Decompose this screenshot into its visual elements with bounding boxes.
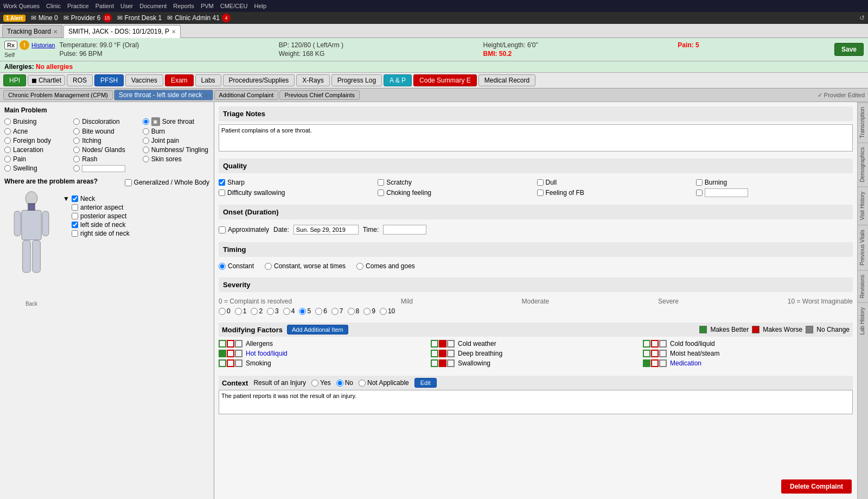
sub-tab-previous[interactable]: Previous Chief Complaints — [279, 90, 360, 100]
provider-item[interactable]: ✉ Provider 6 15 — [63, 14, 112, 22]
nav-labs[interactable]: Labs — [195, 74, 221, 86]
severity-6[interactable]: 6 — [315, 307, 327, 315]
radio-bite-wound[interactable]: Bite wound — [73, 128, 140, 135]
sub-tab-cpm[interactable]: Chronic Problem Management (CPM) — [3, 90, 113, 100]
mod-deep-breathing-red[interactable] — [439, 350, 446, 357]
front-desk-item[interactable]: ✉ Front Desk 1 — [117, 14, 162, 22]
radio-numbness[interactable]: Numbness/ Tingling — [143, 146, 209, 154]
mod-moist-heat-green[interactable] — [643, 350, 650, 357]
mod-allergens-red[interactable] — [227, 340, 234, 348]
quality-scratchy[interactable]: Scratchy — [378, 179, 534, 186]
context-yes[interactable]: Yes — [311, 379, 331, 387]
mod-allergens-green[interactable] — [219, 340, 226, 348]
context-na-radio[interactable] — [359, 380, 366, 387]
quality-fb-cb[interactable] — [537, 190, 544, 196]
nav-vaccines[interactable]: Vaccines — [125, 74, 163, 86]
menu-work-queues[interactable]: Work Queues — [3, 3, 40, 9]
severity-5[interactable]: 5 — [299, 307, 311, 315]
quality-custom-cb[interactable] — [696, 190, 703, 196]
nav-ap[interactable]: A & P — [384, 74, 412, 86]
quality-scratchy-cb[interactable] — [378, 179, 384, 186]
radio-sore-throat[interactable]: ▣ Sore throat — [143, 117, 209, 126]
nav-exam[interactable]: Exam — [165, 74, 194, 86]
alert-item[interactable]: 1 Alert — [3, 15, 25, 22]
context-yes-radio[interactable] — [311, 380, 318, 387]
quality-diff-swallow-cb[interactable] — [219, 190, 225, 196]
refresh-button[interactable]: ↺ — [859, 14, 865, 22]
mod-swallowing-red[interactable] — [439, 359, 446, 367]
radio-laceration[interactable]: Laceration — [4, 146, 71, 154]
quality-custom[interactable] — [696, 188, 853, 197]
approximately-check[interactable]: Approximately — [219, 226, 269, 233]
generalized-check[interactable]: Generalized / Whole Body — [125, 179, 209, 186]
nav-code-summary[interactable]: Code Summary E — [413, 74, 477, 86]
menu-reports[interactable]: Reports — [173, 3, 194, 9]
severity-8[interactable]: 8 — [348, 307, 360, 315]
nav-medical-record[interactable]: Medical Record — [478, 74, 535, 86]
quality-dull-cb[interactable] — [537, 179, 544, 186]
radio-skin-sores[interactable]: Skin sores — [143, 155, 209, 163]
severity-7[interactable]: 7 — [331, 307, 343, 315]
menu-pvm[interactable]: PVM — [201, 3, 214, 9]
radio-itching[interactable]: Itching — [73, 137, 140, 144]
context-edit-button[interactable]: Edit — [414, 378, 437, 388]
sub-tab-additional[interactable]: Additional Complaint — [214, 90, 279, 100]
mod-smoking-red[interactable] — [227, 359, 234, 367]
mod-cold-food-green[interactable] — [643, 340, 650, 348]
menu-practice[interactable]: Practice — [67, 3, 89, 9]
tab-tracking-board[interactable]: Tracking Board ✕ — [2, 25, 62, 37]
onset-time-input[interactable] — [383, 225, 426, 235]
triage-notes-textarea[interactable] — [219, 124, 853, 151]
mine-item[interactable]: ✉ Mine 0 — [31, 14, 58, 22]
sub-tab-sore-throat-close[interactable]: ✕ — [204, 93, 208, 98]
radio-rash[interactable]: Rash — [73, 155, 140, 163]
quality-custom-input[interactable] — [705, 188, 748, 197]
neck-checkbox[interactable] — [72, 195, 78, 202]
severity-4[interactable]: 4 — [283, 307, 295, 315]
context-no[interactable]: No — [336, 379, 353, 387]
left-side-neck-checkbox[interactable] — [72, 222, 78, 228]
mod-hot-food-red[interactable] — [227, 350, 234, 357]
right-side-neck-item[interactable]: right side of neck — [72, 230, 130, 237]
onset-date-input[interactable] — [293, 225, 359, 235]
save-button[interactable]: Save — [834, 43, 864, 56]
mod-cold-weather-red[interactable] — [439, 340, 446, 348]
radio-custom[interactable] — [73, 165, 140, 172]
menu-user[interactable]: User — [120, 3, 133, 9]
mod-hot-food-gray[interactable] — [235, 350, 242, 357]
mod-deep-breathing-gray[interactable] — [447, 350, 455, 357]
menu-clinic[interactable]: Clinic — [46, 3, 61, 9]
menu-patient[interactable]: Patient — [95, 3, 114, 9]
quality-sharp[interactable]: Sharp — [219, 179, 375, 186]
timing-constant-radio[interactable] — [219, 263, 226, 270]
timing-comes-goes[interactable]: Comes and goes — [356, 262, 415, 270]
custom-problem-input[interactable] — [82, 165, 125, 172]
sidebar-previous-vitals[interactable]: Previous Vitals — [858, 225, 868, 270]
menu-cme[interactable]: CME/CEU — [220, 3, 248, 9]
menu-document[interactable]: Document — [139, 3, 167, 9]
nav-pfsh[interactable]: PFSH — [94, 74, 124, 86]
historian-link[interactable]: Historian — [31, 42, 55, 48]
severity-3[interactable]: 3 — [267, 307, 279, 315]
severity-9[interactable]: 9 — [363, 307, 375, 315]
tab-smith-jack[interactable]: SMITH, JACK - DOS: 10/1/2019, P ✕ — [63, 25, 181, 38]
nav-progress-log[interactable]: Progress Log — [331, 74, 382, 86]
left-side-neck-item[interactable]: left side of neck — [72, 221, 130, 229]
context-not-applicable[interactable]: Not Applicable — [359, 379, 409, 387]
mod-medication-green[interactable] — [643, 359, 650, 367]
tab-tracking-board-close[interactable]: ✕ — [53, 29, 58, 35]
approximately-checkbox[interactable] — [219, 226, 226, 233]
mod-medication-gray[interactable] — [659, 359, 667, 367]
sidebar-visit-history[interactable]: Visit History — [858, 187, 868, 225]
mod-cold-weather-gray[interactable] — [447, 340, 455, 348]
timing-constant[interactable]: Constant — [219, 262, 254, 270]
posterior-aspect-checkbox[interactable] — [72, 213, 78, 219]
mod-deep-breathing-green[interactable] — [431, 350, 438, 357]
mod-cold-food-gray[interactable] — [659, 340, 667, 348]
severity-0[interactable]: 0 — [219, 307, 231, 315]
quality-dull[interactable]: Dull — [537, 179, 694, 186]
quality-feeling-fb[interactable]: Feeling of FB — [537, 188, 694, 197]
right-side-neck-checkbox[interactable] — [72, 230, 78, 237]
radio-swelling[interactable]: Swelling — [4, 165, 71, 172]
radio-nodes-glands[interactable]: Nodes/ Glands — [73, 146, 140, 154]
